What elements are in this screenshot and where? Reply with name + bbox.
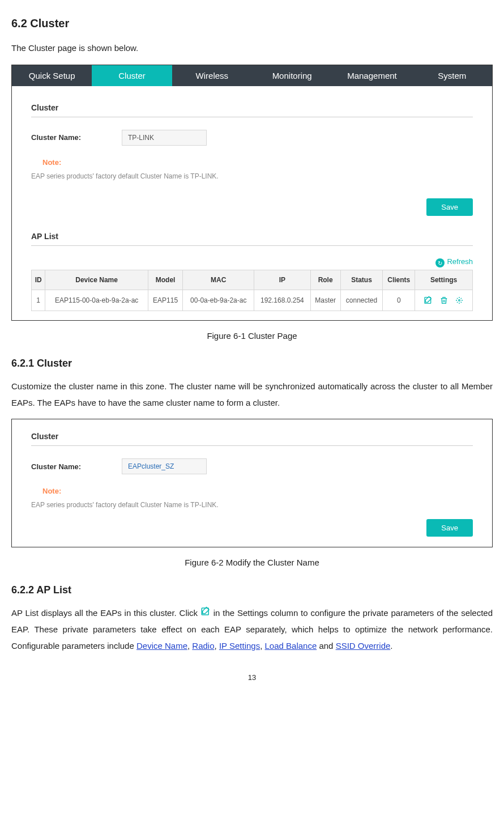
refresh-row: ↻Refresh	[31, 257, 473, 267]
tab-cluster[interactable]: Cluster	[92, 65, 172, 86]
cell-role: Master	[310, 290, 340, 311]
heading-6-2: 6.2 Cluster	[11, 17, 493, 30]
cluster-name-row: Cluster Name: TP-LINK	[31, 130, 473, 146]
sep3: ,	[260, 641, 264, 651]
cluster-panel-title-2: Cluster	[31, 432, 473, 446]
tab-system[interactable]: System	[412, 65, 492, 86]
cluster-panel: Cluster Cluster Name: TP-LINK Note: EAP …	[12, 86, 492, 321]
cluster-panel-2: Cluster Cluster Name: EAPcluster_SZ Note…	[12, 419, 492, 547]
link-load-balance[interactable]: Load Balance	[265, 641, 317, 651]
page-number: 13	[11, 673, 493, 682]
cluster-panel-title: Cluster	[31, 103, 473, 117]
col-id: ID	[32, 270, 45, 290]
table-row: 1 EAP115-00-0a-eb-9a-2a-ac EAP115 00-0a-…	[32, 290, 473, 311]
link-radio[interactable]: Radio	[192, 641, 214, 651]
top-nav: Quick Setup Cluster Wireless Monitoring …	[12, 65, 492, 86]
cluster-name-label-2: Cluster Name:	[31, 462, 122, 471]
cell-model: EAP115	[148, 290, 183, 311]
col-ip: IP	[254, 270, 310, 290]
note-label: Note:	[42, 158, 473, 167]
ap-list-table: ID Device Name Model MAC IP Role Status …	[31, 270, 473, 311]
cell-id: 1	[32, 290, 45, 311]
heading-6-2-1: 6.2.1 Cluster	[11, 358, 493, 369]
edit-icon[interactable]	[421, 296, 435, 304]
figure-6-2-container: Cluster Cluster Name: EAPcluster_SZ Note…	[11, 419, 493, 547]
cell-clients: 0	[383, 290, 415, 311]
heading-6-2-2: 6.2.2 AP List	[11, 584, 493, 596]
col-clients: Clients	[383, 270, 415, 290]
note-text-2: EAP series products' factory default Clu…	[31, 501, 473, 509]
figure-6-1-container: Quick Setup Cluster Wireless Monitoring …	[11, 65, 493, 321]
intro-text-6-2: The Cluster page is shown below.	[11, 40, 493, 57]
cell-ip: 192.168.0.254	[254, 290, 310, 311]
ap-list-title: AP List	[31, 232, 473, 246]
col-device-name: Device Name	[45, 270, 148, 290]
save-button-row: Save	[31, 198, 473, 216]
body-6-2-1: Customize the cluster name in this zone.…	[11, 379, 493, 411]
figure-6-1-caption: Figure 6-1 Cluster Page	[11, 331, 493, 341]
note-text: EAP series products' factory default Clu…	[31, 172, 473, 180]
col-settings: Settings	[415, 270, 473, 290]
cluster-name-label: Cluster Name:	[31, 133, 122, 142]
cell-settings	[415, 290, 473, 311]
cell-device-name: EAP115-00-0a-eb-9a-2a-ac	[45, 290, 148, 311]
body-6-2-2-t1: AP List displays all the EAPs in this cl…	[11, 608, 200, 618]
save-button-row-2: Save	[31, 519, 473, 537]
end: .	[390, 641, 392, 651]
sep4: and	[317, 641, 335, 651]
save-button[interactable]: Save	[426, 198, 473, 216]
tab-monitoring[interactable]: Monitoring	[252, 65, 332, 86]
locate-icon[interactable]	[452, 296, 466, 304]
col-role: Role	[310, 270, 340, 290]
col-mac: MAC	[183, 270, 254, 290]
tab-wireless[interactable]: Wireless	[172, 65, 252, 86]
cluster-name-row-2: Cluster Name: EAPcluster_SZ	[31, 458, 473, 474]
sep2: ,	[215, 641, 219, 651]
link-ssid-override[interactable]: SSID Override	[336, 641, 391, 651]
delete-icon[interactable]	[437, 296, 451, 304]
svg-point-1	[459, 300, 460, 301]
note-label-2: Note:	[42, 487, 473, 495]
save-button-2[interactable]: Save	[426, 519, 473, 537]
col-model: Model	[148, 270, 183, 290]
tab-quick-setup[interactable]: Quick Setup	[12, 65, 92, 86]
link-ip-settings[interactable]: IP Settings	[219, 641, 260, 651]
refresh-icon[interactable]: ↻	[435, 258, 445, 267]
body-6-2-2: AP List displays all the EAPs in this cl…	[11, 605, 493, 654]
cell-status: connected	[340, 290, 383, 311]
cluster-name-input-2[interactable]: EAPcluster_SZ	[122, 458, 207, 474]
figure-6-2-caption: Figure 6-2 Modify the Cluster Name	[11, 558, 493, 567]
link-device-name[interactable]: Device Name	[136, 641, 187, 651]
refresh-label[interactable]: Refresh	[447, 257, 473, 266]
cluster-name-input[interactable]: TP-LINK	[122, 130, 207, 146]
cell-mac: 00-0a-eb-9a-2a-ac	[183, 290, 254, 311]
tab-management[interactable]: Management	[332, 65, 412, 86]
edit-inline-icon	[200, 606, 211, 622]
col-status: Status	[340, 270, 383, 290]
